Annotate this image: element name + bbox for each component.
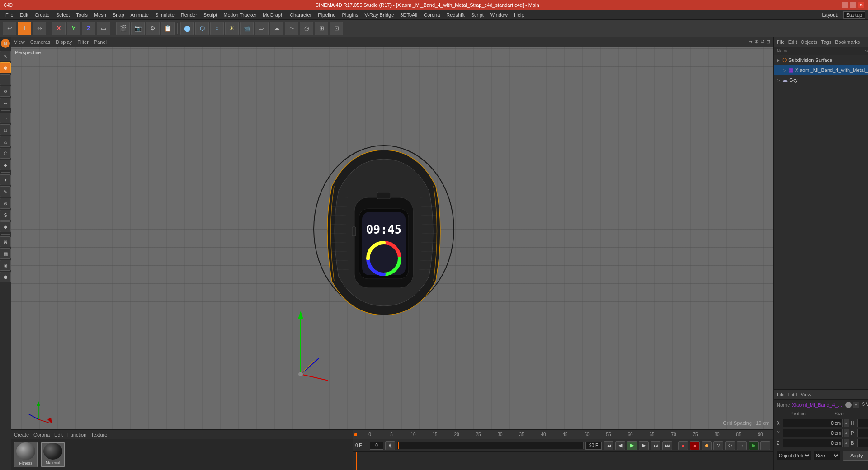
left-tool-15[interactable]: ✱ <box>0 221 11 232</box>
layout-value[interactable]: Startup <box>843 11 865 19</box>
menu-select[interactable]: Select <box>53 11 73 19</box>
viewport-menu-panel[interactable]: Panel <box>94 39 107 45</box>
left-tool-16[interactable]: ⌘ <box>0 236 11 247</box>
render-settings[interactable]: ⚙ <box>146 22 160 35</box>
c4d-logo[interactable]: M <box>1 39 10 48</box>
menu-window[interactable]: Window <box>487 11 510 19</box>
y-axis[interactable]: Y <box>67 22 80 35</box>
coord-menu-edit[interactable]: Edit <box>788 392 797 397</box>
menu-tools[interactable]: Tools <box>73 11 90 19</box>
mat-menu-edit[interactable]: Edit <box>54 432 63 437</box>
left-tool-4[interactable]: ↺ <box>0 86 11 97</box>
viewport-icon-zoom[interactable]: ⊕ <box>755 39 759 45</box>
timeline-menu[interactable]: ≡ <box>760 441 770 450</box>
viewport-icon-rotate[interactable]: ↺ <box>760 39 764 45</box>
move-tool[interactable]: ✛ <box>18 22 31 35</box>
menu-vray[interactable]: V-Ray Bridge <box>362 11 397 19</box>
menu-edit[interactable]: Edit <box>17 11 31 19</box>
menu-corona[interactable]: Corona <box>421 11 443 19</box>
left-tool-17[interactable]: ▦ <box>0 248 11 259</box>
pos-z-input[interactable] <box>783 439 843 447</box>
record-button[interactable]: ● <box>678 441 688 450</box>
left-tool-3[interactable]: → <box>0 74 11 85</box>
menu-pipeline[interactable]: Pipeline <box>315 11 338 19</box>
next-frame-button[interactable]: ▶ <box>639 441 649 450</box>
mat-menu-texture[interactable]: Texture <box>91 432 107 437</box>
obj-menu-tags[interactable]: Tags <box>821 39 831 45</box>
render-preview[interactable]: 🎬 <box>116 22 130 35</box>
camera-tool[interactable]: 📹 <box>240 22 254 35</box>
z-axis[interactable]: Z <box>82 22 95 35</box>
mat-menu-corona[interactable]: Corona <box>33 432 50 437</box>
obj-xiaomi-band[interactable]: ▷ ▦ Xiaomi_Mi_Band_4_with_Metal_Strap ● … <box>774 65 868 75</box>
scale-tool[interactable]: ⇔ <box>33 22 46 35</box>
menu-animate[interactable]: Animate <box>128 11 151 19</box>
coord-system-select[interactable]: Object (Rel) World <box>777 451 811 460</box>
move-arrows[interactable]: ⇔ <box>725 441 735 450</box>
coord-vis-1[interactable]: ● <box>853 402 859 408</box>
obj-sky[interactable]: ▷ ☁ Sky ● ● <box>774 75 868 85</box>
menu-3dtoall[interactable]: 3DToAll <box>397 11 420 19</box>
frame-start-input[interactable] <box>370 442 383 450</box>
size-y-input[interactable] <box>857 429 868 437</box>
menu-script[interactable]: Script <box>468 11 486 19</box>
obj-menu-bookmarks[interactable]: Bookmarks <box>835 39 860 45</box>
left-tool-13[interactable]: ⊙ <box>0 198 11 209</box>
timeline-track[interactable] <box>353 452 773 470</box>
left-tool-1[interactable]: ↖ <box>0 51 11 61</box>
size-z-input[interactable] <box>857 439 868 447</box>
left-tool-11[interactable]: ✦ <box>0 174 11 185</box>
sphere-primitive[interactable]: ⬤ <box>180 22 194 35</box>
coord-mode-select[interactable]: Size Position <box>814 451 840 460</box>
viewport-icon-move[interactable]: ⇔ <box>749 39 753 45</box>
undo-button[interactable]: ↩ <box>3 22 16 35</box>
x-axis[interactable]: X <box>52 22 66 35</box>
menu-character[interactable]: Character <box>287 11 314 19</box>
obj-subdivision-surface[interactable]: ▶ ⬡ Subdivision Surface ● ● <box>774 55 868 65</box>
pos-x-input[interactable] <box>783 419 843 427</box>
menu-plugins[interactable]: Plugins <box>339 11 361 19</box>
menu-sculpt[interactable]: Sculpt <box>201 11 220 19</box>
left-tool-12[interactable]: ✎ <box>0 186 11 197</box>
render-queue[interactable]: 📋 <box>161 22 175 35</box>
menu-file[interactable]: File <box>3 11 16 19</box>
goto-end2-button[interactable]: ⏭ <box>662 441 672 450</box>
mat-menu-create[interactable]: Create <box>14 432 29 437</box>
pos-z-spin[interactable]: ▲ <box>844 439 849 447</box>
frame-scrubber[interactable] <box>397 442 584 449</box>
left-tool-18[interactable]: ◉ <box>0 260 11 271</box>
viewport-icon-fit[interactable]: ⊡ <box>766 39 770 45</box>
menu-mesh[interactable]: Mesh <box>91 11 109 19</box>
menu-redshift[interactable]: Redshift <box>443 11 467 19</box>
extra-tool[interactable]: ⊡ <box>330 22 343 35</box>
left-tool-8[interactable]: △ <box>0 136 11 147</box>
left-tool-2[interactable]: ⊕ <box>0 62 11 73</box>
coord-dot-1[interactable] <box>845 402 852 408</box>
render-btn[interactable]: 📷 <box>131 22 145 35</box>
viewport-menu-filter[interactable]: Filter <box>77 39 88 45</box>
left-tool-14[interactable]: S <box>0 210 11 221</box>
pos-x-spin[interactable]: ▲ <box>844 419 849 427</box>
goto-end-button[interactable]: ⏭ <box>651 441 660 450</box>
prev-frame-button[interactable]: ◀ <box>615 441 625 450</box>
play-button[interactable]: ▶ <box>627 441 637 450</box>
wrap-tool[interactable]: ◷ <box>300 22 313 35</box>
viewport-menu-display[interactable]: Display <box>56 39 72 45</box>
maximize-button[interactable]: □ <box>850 2 856 8</box>
coord-menu-file[interactable]: File <box>777 392 785 397</box>
sky-tool[interactable]: ☁ <box>270 22 283 35</box>
obj-menu-file[interactable]: File <box>777 39 785 45</box>
menu-render[interactable]: Render <box>178 11 200 19</box>
apply-button[interactable]: Apply <box>843 451 868 461</box>
grid-tool[interactable]: ⊞ <box>315 22 328 35</box>
material-fitness[interactable]: Fitness <box>14 442 38 467</box>
auto-key-button[interactable]: ● <box>690 441 700 450</box>
floor-tool[interactable]: ▱ <box>255 22 269 35</box>
material-main[interactable]: Material <box>41 442 65 467</box>
menu-create[interactable]: Create <box>32 11 52 19</box>
frame-end-input[interactable] <box>585 442 602 450</box>
menu-help[interactable]: Help <box>511 11 527 19</box>
menu-simulate[interactable]: Simulate <box>152 11 177 19</box>
play-back-button[interactable]: ⟪ <box>385 441 395 450</box>
viewport-3d[interactable]: Perspective <box>11 47 773 429</box>
